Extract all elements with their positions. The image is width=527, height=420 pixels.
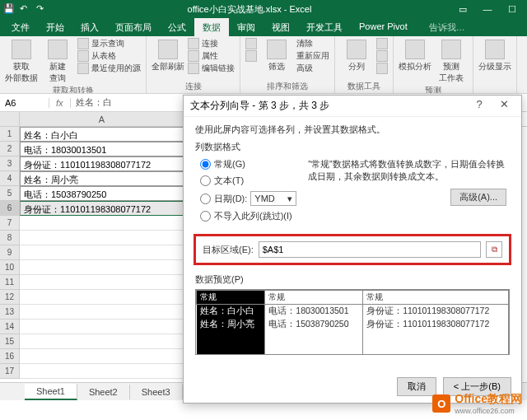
advanced-filter-button[interactable]: 高级 [296, 63, 329, 74]
row-header[interactable]: 1 [0, 127, 20, 142]
row-header[interactable]: 16 [0, 349, 20, 364]
sort-za-button[interactable] [245, 50, 257, 62]
row-header[interactable]: 4 [0, 171, 20, 186]
tab-layout[interactable]: 页面布局 [107, 18, 160, 36]
new-query-button[interactable]: 新建 查询 [41, 38, 74, 84]
tab-file[interactable]: 文件 [3, 18, 38, 36]
select-all-corner[interactable] [0, 112, 20, 126]
edit-links-button[interactable]: 编辑链接 [188, 63, 235, 74]
row-header[interactable]: 8 [0, 231, 20, 245]
cell[interactable] [20, 231, 184, 245]
data-validation-button[interactable] [376, 63, 388, 74]
cell[interactable] [20, 290, 184, 305]
redo-icon[interactable]: ↷ [36, 3, 48, 15]
advanced-button[interactable]: 高级(A)... [450, 189, 506, 206]
sheet-tab-3[interactable]: Sheet3 [130, 385, 183, 399]
row-header[interactable]: 7 [0, 216, 20, 231]
row-header[interactable]: 5 [0, 186, 20, 201]
tab-data[interactable]: 数据 [194, 18, 229, 36]
properties-button[interactable]: 属性 [188, 50, 235, 62]
tab-powerpivot[interactable]: Power Pivot [351, 18, 416, 36]
group-label-transform: 获取和转换 [5, 84, 141, 94]
maximize-icon[interactable]: ☐ [501, 1, 524, 17]
cell[interactable]: 电话：18030013501 [20, 142, 184, 156]
cancel-button[interactable]: 取消 [397, 377, 436, 396]
cell[interactable]: 姓名：周小亮 [20, 171, 184, 186]
recent-sources-button[interactable]: 最近使用的源 [77, 63, 141, 74]
watermark: O Office教程网 www.office26.com [432, 392, 522, 415]
undo-icon[interactable]: ↶ [20, 3, 31, 15]
connections-button[interactable]: 连接 [188, 38, 235, 49]
help-button[interactable]: ? [469, 98, 490, 114]
remove-duplicates-button[interactable] [376, 50, 388, 62]
tab-formula[interactable]: 公式 [160, 18, 194, 36]
range-picker-button[interactable]: ⧉ [486, 241, 502, 258]
row-header[interactable]: 9 [0, 245, 20, 260]
tab-review[interactable]: 审阅 [229, 18, 264, 36]
cell[interactable] [20, 245, 184, 260]
preview-cell: 电话：18030013501 [265, 305, 363, 319]
row-header[interactable]: 2 [0, 142, 20, 156]
text-to-columns-button[interactable]: 分列 [340, 38, 373, 80]
cell[interactable] [20, 275, 184, 290]
row-header[interactable]: 13 [0, 305, 20, 320]
row-header[interactable]: 3 [0, 156, 20, 171]
radio-text[interactable]: 文本(T) [200, 175, 296, 187]
forecast-sheet-button[interactable]: 预测 工作表 [435, 38, 468, 84]
outline-button[interactable]: 分级显示 [478, 38, 511, 91]
close-button[interactable]: ✕ [493, 98, 515, 114]
tab-home[interactable]: 开始 [38, 18, 72, 36]
column-header-a[interactable]: A [20, 112, 184, 126]
sheet-tab-1[interactable]: Sheet1 [25, 384, 77, 400]
row-header[interactable]: 10 [0, 260, 20, 275]
sheet-tab-2[interactable]: Sheet2 [77, 385, 130, 399]
tab-developer[interactable]: 开发工具 [298, 18, 351, 36]
date-format-dropdown[interactable]: YMD▾ [250, 191, 296, 206]
cell[interactable]: 姓名：白小白 [20, 127, 184, 142]
preview-header: 常规 [265, 291, 363, 305]
tab-view[interactable]: 视图 [264, 18, 298, 36]
window-titlebar: 💾 ↶ ↷ office小白实战基地.xlsx - Excel ▭ — ☐ [0, 0, 527, 18]
ribbon-options-icon[interactable]: ▭ [451, 1, 474, 17]
reapply-button[interactable]: 重新应用 [296, 50, 329, 62]
show-queries-button[interactable]: 显示查询 [77, 38, 141, 49]
cell[interactable] [20, 364, 184, 379]
destination-input[interactable] [259, 241, 481, 258]
clear-filter-button[interactable]: 清除 [296, 38, 329, 49]
refresh-all-button[interactable]: 全部刷新 [152, 38, 184, 80]
minimize-icon[interactable]: — [476, 1, 499, 17]
cell[interactable]: 身份证：110101198308077172 [20, 156, 184, 171]
fx-icon[interactable]: fx [49, 98, 71, 108]
from-table-button[interactable]: 从表格 [77, 50, 141, 62]
whatif-button[interactable]: 模拟分析 [399, 38, 431, 84]
get-external-data-button[interactable]: 获取 外部数据 [5, 38, 38, 84]
cell[interactable] [20, 216, 184, 231]
save-icon[interactable]: 💾 [3, 3, 15, 15]
row-header[interactable]: 11 [0, 275, 20, 290]
radio-general[interactable]: 常规(G) [200, 158, 296, 170]
chevron-down-icon: ▾ [287, 194, 292, 204]
cell[interactable] [20, 260, 184, 275]
cell[interactable] [20, 334, 184, 349]
cell[interactable] [20, 349, 184, 364]
row-header[interactable]: 6 [0, 201, 20, 216]
filter-button[interactable]: 筛选 [260, 38, 293, 80]
group-label-datatools: 数据工具 [340, 80, 388, 93]
row-header[interactable]: 12 [0, 290, 20, 305]
cell-selected[interactable]: 身份证：110101198308077172 [20, 201, 184, 216]
destination-label: 目标区域(E): [203, 244, 254, 256]
row-header[interactable]: 15 [0, 334, 20, 349]
formula-value[interactable]: 姓名：白 [71, 96, 117, 109]
name-box[interactable]: A6 [0, 98, 49, 108]
cell[interactable] [20, 320, 184, 334]
cell[interactable] [20, 305, 184, 320]
row-header[interactable]: 14 [0, 320, 20, 334]
row-header[interactable]: 17 [0, 364, 20, 379]
radio-skip[interactable]: 不导入此列(跳过)(I) [200, 210, 296, 222]
flash-fill-button[interactable] [376, 38, 388, 49]
radio-date[interactable]: 日期(D): YMD▾ [200, 191, 296, 206]
cell[interactable]: 电话：15038790250 [20, 186, 184, 201]
tell-me[interactable]: 告诉我… [422, 18, 472, 36]
sort-az-button[interactable] [245, 38, 257, 49]
tab-insert[interactable]: 插入 [72, 18, 107, 36]
